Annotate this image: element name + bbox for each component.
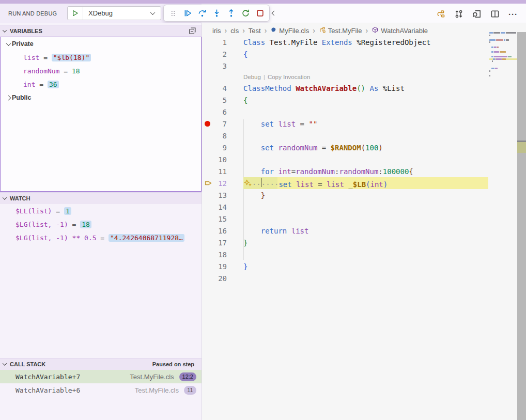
stop-icon[interactable]	[254, 7, 266, 20]
line-number: 18	[202, 251, 227, 259]
stack-frame-row[interactable]: WatchAVariable+6Test.MyFile.cls11	[0, 383, 202, 397]
minimap-line	[489, 72, 517, 74]
overview-ruler-current-line-marker	[517, 142, 526, 153]
code-editor: iris›cls›Test›MyFile.cls›Test.MyFile›Wat…	[202, 23, 526, 420]
breadcrumb-item-test[interactable]: Test	[249, 27, 261, 35]
line-number: 13	[202, 191, 227, 199]
breadcrumb-item-iris[interactable]: iris	[212, 27, 221, 35]
variable-row[interactable]: int = 36	[1, 77, 201, 91]
code-line-15[interactable]: 15	[202, 213, 526, 225]
start-debug-icon[interactable]	[68, 7, 83, 20]
minimap[interactable]	[489, 32, 517, 89]
line-number: 9	[202, 144, 227, 152]
window-title-strip	[0, 0, 526, 4]
minimap-line	[489, 70, 517, 72]
breadcrumb-separator: ›	[366, 26, 368, 35]
breadcrumb-separator: ›	[265, 26, 267, 35]
continue-icon[interactable]	[182, 7, 193, 20]
breakpoint-icon[interactable]	[205, 121, 210, 127]
objectscript-file-icon	[270, 26, 277, 35]
minimap-line	[489, 46, 517, 48]
collapse-toolbar-icon[interactable]	[272, 11, 277, 16]
line-number: 8	[202, 132, 227, 140]
codelens-debug-link[interactable]: Debug	[243, 74, 261, 80]
breadcrumb-item-cls[interactable]: cls	[230, 27, 239, 35]
code-line-13[interactable]: 13 }	[202, 189, 526, 201]
breadcrumb-item-myfile-cls[interactable]: MyFile.cls	[270, 26, 309, 35]
minimap-line	[489, 75, 517, 76]
minimap-line	[489, 63, 517, 65]
line-number: 16	[202, 227, 227, 235]
code-line-12[interactable]: 12 ······set list = list _$LB(int)	[202, 177, 526, 189]
codelens-copy-invocation-link[interactable]: Copy Invocation	[268, 74, 310, 80]
code-line-7[interactable]: 7 set list = ""	[202, 118, 526, 130]
more-actions-icon[interactable]: ···	[507, 8, 519, 20]
search-editor-icon[interactable]	[471, 8, 483, 20]
minimap-line	[489, 53, 517, 55]
code-line-5[interactable]: 5{	[202, 94, 526, 106]
minimap-line	[489, 39, 517, 41]
variables-scope-public[interactable]: Public	[1, 91, 201, 104]
debug-sidebar: VARIABLES Privatelist = "$lb(18)"randomN…	[0, 23, 202, 420]
step-over-icon[interactable]	[196, 7, 208, 20]
code-line-1[interactable]: 1Class Test.MyFile Extends %RegisteredOb…	[202, 36, 526, 48]
minimap-line	[489, 41, 517, 43]
toolbar-drag-gripper[interactable]	[167, 7, 179, 20]
code-line-2[interactable]: 2{	[202, 48, 526, 60]
code-line-19[interactable]: 19}	[202, 260, 526, 272]
variable-row[interactable]: randomNum = 18	[1, 64, 201, 77]
step-out-icon[interactable]	[225, 7, 237, 20]
sync-arrows-icon[interactable]	[453, 8, 465, 20]
run-and-debug-label: RUN AND DEBUG	[8, 10, 57, 17]
code-line-6[interactable]: 6	[202, 106, 526, 118]
code-line-10[interactable]: 10	[202, 153, 526, 165]
watch-expression-row[interactable]: $LG(list, -1) = 18	[0, 217, 202, 231]
minimap-line	[489, 60, 517, 62]
code-line-20[interactable]: 20	[202, 272, 526, 284]
code-line-8[interactable]: 8	[202, 130, 526, 142]
line-number: 5	[202, 96, 227, 104]
collapse-all-icon[interactable]	[189, 27, 196, 36]
line-number: 1	[202, 38, 227, 46]
line-number: 10	[202, 155, 227, 164]
editor-scrollbar[interactable]	[517, 32, 526, 420]
split-editor-icon[interactable]	[489, 8, 501, 20]
copilot-sparkle-icon[interactable]	[243, 179, 252, 189]
watch-section-header[interactable]: WATCH	[0, 192, 202, 204]
launch-config-name: XDebug	[83, 9, 151, 17]
current-line-arrow-icon	[204, 179, 213, 189]
line-number: 20	[202, 274, 227, 283]
minimap-line	[489, 56, 517, 57]
call-stack-section-header[interactable]: CALL STACK Paused on step	[0, 358, 202, 370]
code-line-16[interactable]: 16 return list	[202, 225, 526, 237]
objectscript-class-icon[interactable]	[435, 8, 446, 20]
step-into-icon[interactable]	[211, 7, 222, 20]
watch-expression-row[interactable]: $LG(list, -1) ** 0.5 = "4.24264068711928…	[0, 231, 202, 244]
code-line-4[interactable]: 4ClassMethod WatchAVariable() As %List	[202, 82, 526, 94]
chevron-icon	[6, 41, 11, 46]
code-line-14[interactable]: 14	[202, 201, 526, 213]
variable-row[interactable]: list = "$lb(18)"	[1, 51, 201, 64]
code-content: 1Class Test.MyFile Extends %RegisteredOb…	[202, 36, 526, 284]
line-number: 4	[202, 84, 227, 92]
code-line-11[interactable]: 11 for int=randomNum:randomNum:100000{	[202, 165, 526, 177]
launch-config-dropdown[interactable]: XDebug	[67, 6, 161, 20]
chevron-down-icon	[3, 361, 7, 365]
breadcrumb-item-watchavariable[interactable]: WatchAVariable	[372, 26, 428, 35]
debug-actions-toolbar	[163, 5, 270, 22]
minimap-line	[489, 51, 517, 53]
code-line-9[interactable]: 9 set randomNum = $RANDOM(100)	[202, 142, 526, 153]
debug-top-toolbar: RUN AND DEBUG XDebug	[0, 4, 526, 23]
code-line-17[interactable]: 17}	[202, 237, 526, 248]
stack-frame-row[interactable]: WatchAVariable+7Test.MyFile.cls12:2	[0, 370, 202, 383]
call-stack-title: CALL STACK	[10, 361, 45, 367]
watch-expression-row[interactable]: $LL(list) = 1	[0, 204, 202, 217]
codelens-row: Debug|Copy Invocation	[202, 72, 526, 82]
restart-icon[interactable]	[240, 7, 251, 20]
minimap-line	[489, 44, 517, 45]
breadcrumb-item-test-myfile[interactable]: Test.MyFile	[319, 26, 362, 35]
variables-scope-private[interactable]: Private	[1, 37, 201, 51]
code-line-18[interactable]: 18	[202, 248, 526, 260]
variables-section-header[interactable]: VARIABLES	[0, 25, 202, 37]
code-line-3[interactable]: 3	[202, 60, 526, 72]
